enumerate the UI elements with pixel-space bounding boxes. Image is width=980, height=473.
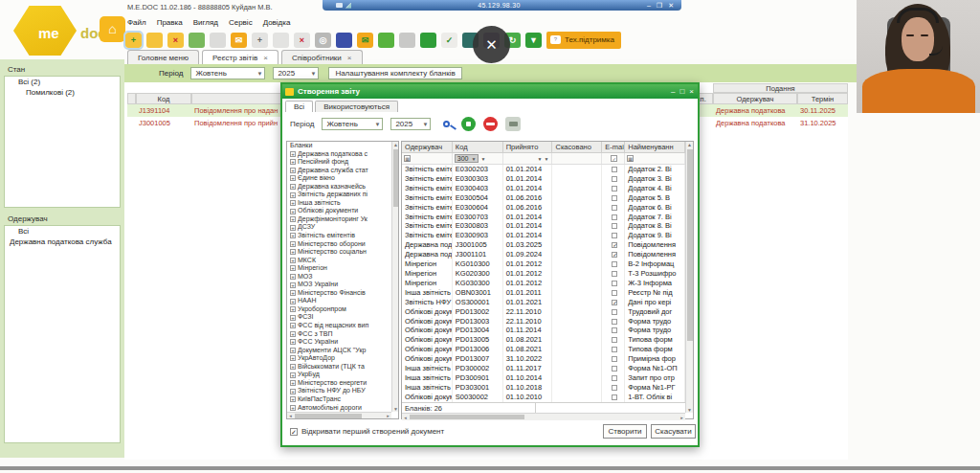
protect-hex-icon[interactable]	[378, 33, 394, 48]
cancelled-filter[interactable]	[552, 153, 602, 164]
video-progress-bar[interactable]	[0, 466, 980, 470]
blank-row[interactable]: Облікові докумеPD01300731.10.2022Примірн…	[402, 354, 685, 364]
tree-item[interactable]: +УкрАвтоДор	[287, 354, 391, 363]
registry-column-header[interactable]	[127, 93, 136, 104]
scrollbar-thumb[interactable]	[393, 149, 398, 207]
month-select[interactable]: Жовтень▼	[190, 67, 265, 79]
tree-item[interactable]: +МОЗ	[287, 273, 391, 282]
expand-icon[interactable]: +	[290, 159, 296, 165]
open-first-document-checkbox[interactable]: ✓	[290, 428, 298, 436]
blank-row[interactable]: Державна подаJ300110101.09.2024✓Повідомл…	[402, 250, 685, 259]
scroll-left-icon[interactable]: ◂	[402, 415, 409, 420]
menu-item[interactable]: Файл	[127, 18, 146, 29]
tree-item[interactable]: +ФСС України	[287, 338, 391, 347]
tree-item[interactable]: +Інша звітність	[287, 199, 391, 208]
expand-icon[interactable]: +	[290, 331, 296, 337]
save-icon[interactable]	[189, 33, 205, 48]
expand-icon[interactable]: +	[290, 225, 296, 231]
tree-item[interactable]: +Держфінмоніторинг Ук	[287, 215, 391, 224]
dialog-tab-2[interactable]: Використовуються	[315, 101, 398, 112]
scroll-up-icon[interactable]: ▲	[392, 142, 399, 147]
column-header[interactable]: Прийнято	[503, 142, 553, 152]
tree-item[interactable]: +Державна казначейсь	[287, 183, 391, 191]
tree-item[interactable]: +ФСС з ТВП	[287, 330, 391, 339]
tree-item[interactable]: +МОЗ України	[287, 281, 391, 289]
blank-row[interactable]: МінрегіонKG02030001.01.2012Т-3 Розшифро	[402, 269, 685, 279]
checkbox-icon[interactable]	[612, 366, 617, 372]
chevron-down-icon[interactable]: ▼	[472, 156, 477, 162]
expand-icon[interactable]: +	[290, 282, 296, 288]
menu-item[interactable]: Правка	[157, 18, 183, 29]
report-chat-icon[interactable]	[461, 117, 476, 131]
registry-column-header[interactable]: Код	[136, 93, 191, 104]
filter-grid-icon[interactable]: ▦	[404, 155, 411, 162]
name-filter[interactable]: ▦	[625, 153, 685, 164]
checkbox-icon[interactable]	[612, 319, 617, 325]
sidebar-item[interactable]: Всі (2)	[5, 77, 120, 87]
blank-row[interactable]: Облікові докумеPD01300222.11.2010Трудови…	[402, 307, 685, 317]
expand-icon[interactable]: +	[290, 405, 296, 411]
tree-item[interactable]: +Державна податкова с	[287, 150, 391, 159]
block-icon[interactable]	[483, 117, 498, 131]
column-header[interactable]: E-mail	[602, 142, 625, 152]
column-header[interactable]: Скасовано	[552, 142, 602, 152]
menu-item[interactable]: Сервіс	[229, 18, 253, 29]
trash-icon[interactable]	[399, 33, 415, 48]
tree-root[interactable]: Бланки	[287, 142, 391, 150]
registry-column-header[interactable]: Одержувач	[713, 93, 797, 104]
scroll-left-icon[interactable]: ◂	[287, 413, 294, 418]
checkbox-icon[interactable]	[612, 356, 617, 362]
blank-row[interactable]: МінрегіонKG01030001.01.2012В-2 Інформац	[402, 259, 685, 269]
dialog-close-button[interactable]: ×	[689, 87, 694, 96]
checkbox-icon[interactable]	[612, 347, 617, 352]
sign-key-icon[interactable]	[438, 117, 454, 131]
code-filter[interactable]: 300▼▼	[453, 153, 503, 164]
copy-icon[interactable]	[210, 33, 226, 48]
checkbox-icon[interactable]	[612, 327, 617, 333]
checkbox-checked-icon[interactable]: ✓	[612, 242, 617, 248]
column-header[interactable]: Найменуванн	[625, 142, 685, 152]
dialog-tab-1[interactable]: Всі	[285, 101, 313, 112]
tab-2[interactable]: Реєстр звітів×	[202, 50, 278, 64]
expand-icon[interactable]: +	[290, 306, 296, 312]
sidebar-item[interactable]: Державна податкова служба	[5, 236, 120, 247]
rdp-close-button[interactable]: ✕	[668, 2, 674, 10]
delete-document-icon[interactable]: ×	[294, 33, 310, 48]
expand-icon[interactable]: +	[290, 299, 296, 304]
checkbox-icon[interactable]	[612, 223, 617, 229]
checkbox-icon[interactable]	[612, 281, 617, 286]
scroll-up-icon[interactable]: ▲	[686, 142, 693, 147]
cancel-button[interactable]: Скасувати	[651, 424, 696, 439]
accepted-filter[interactable]: ▼▼	[503, 153, 553, 164]
send-mail-icon[interactable]: ✉	[231, 33, 247, 48]
expand-icon[interactable]: +	[290, 184, 296, 190]
blank-row[interactable]: Облікові докумеPD01300501.08.2021Типова …	[402, 335, 685, 345]
tab-1[interactable]: Головне меню	[127, 50, 199, 64]
scrollbar-thumb[interactable]	[687, 149, 693, 341]
tree-item[interactable]: +Військкомати (ТЦК та	[287, 363, 391, 372]
tree-item[interactable]: +Державна служба стат	[287, 167, 391, 175]
expand-icon[interactable]: +	[290, 151, 296, 157]
scrollbar-thumb[interactable]	[295, 414, 362, 418]
rdp-minimize-button[interactable]: –	[647, 2, 651, 10]
expand-icon[interactable]: +	[290, 355, 296, 361]
update-icon[interactable]: ▼	[525, 33, 542, 48]
tree-item[interactable]: +НААН	[287, 297, 391, 305]
add-document-icon[interactable]: +	[252, 33, 268, 48]
meeting-overlay-close-button[interactable]: ✕	[473, 26, 510, 63]
tree-item[interactable]: +Укроборонпром	[287, 305, 391, 314]
expand-icon[interactable]: +	[290, 274, 296, 280]
expand-icon[interactable]: +	[290, 315, 296, 321]
code-filter-value[interactable]: 300▼	[455, 154, 479, 163]
expand-icon[interactable]: +	[290, 265, 296, 271]
blank-row[interactable]: МінрегіонKG03030001.01.2012Ж-3 Інформа	[402, 279, 685, 288]
tree-item[interactable]: +Облікові документи	[287, 207, 391, 215]
tree-item[interactable]: +Звітність НФУ до НБУ	[287, 387, 391, 395]
expand-icon[interactable]: +	[290, 241, 296, 247]
tab-3[interactable]: Співробітники×	[281, 50, 363, 64]
blank-row[interactable]: Звітність емітентE030090301.01.2014Додат…	[402, 231, 685, 240]
checkbox-icon[interactable]	[612, 375, 617, 381]
blank-row[interactable]: Облікові докумеPD01300322.11.2010Форма т…	[402, 317, 685, 327]
expand-icon[interactable]: +	[290, 339, 296, 345]
tech-support-button[interactable]: ?Тех.підтримка	[546, 32, 621, 49]
